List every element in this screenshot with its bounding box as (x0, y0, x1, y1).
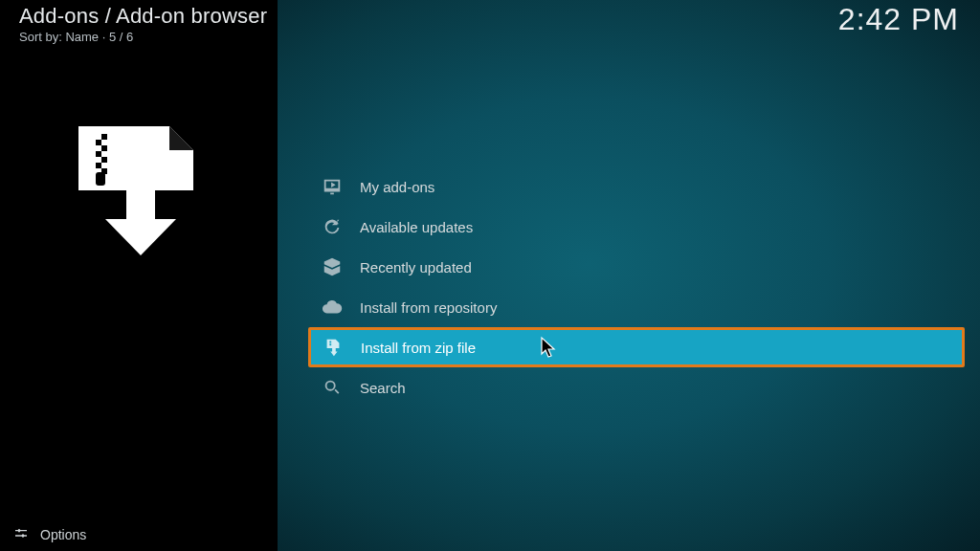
menu-item-label: Install from zip file (361, 340, 476, 356)
sort-line: Sort by: Name · 5 / 6 (19, 30, 267, 44)
clock: 2:42 PM (838, 2, 959, 37)
menu-item-label: My add-ons (360, 179, 434, 195)
svg-rect-1 (96, 140, 101, 145)
svg-rect-4 (101, 157, 107, 163)
svg-rect-7 (96, 172, 105, 186)
sort-prefix: Sort by: (19, 30, 65, 44)
menu-item-my-addons[interactable]: My add-ons (308, 166, 965, 207)
cloud-down-icon (322, 297, 343, 318)
svg-rect-0 (101, 134, 107, 140)
menu-item-label: Available updates (360, 219, 473, 235)
sliders-icon (13, 526, 29, 544)
svg-rect-2 (101, 145, 107, 151)
sort-separator: · (99, 30, 109, 44)
zip-down-icon (323, 337, 344, 358)
sidebar-panel (0, 0, 278, 551)
sort-field: Name (65, 30, 99, 44)
refresh-icon (322, 216, 343, 237)
breadcrumb: Add-ons / Add-on browser (19, 4, 267, 29)
menu-item-recently-updated[interactable]: Recently updated (308, 247, 965, 287)
menu-item-label: Recently updated (360, 259, 472, 276)
svg-rect-5 (96, 163, 101, 168)
menu-item-install-repository[interactable]: Install from repository (308, 287, 965, 327)
menu-item-install-zip[interactable]: Install from zip file (308, 327, 965, 367)
openbox-icon (322, 256, 343, 277)
menu-item-search[interactable]: Search (308, 367, 965, 408)
menu-item-label: Install from repository (360, 299, 497, 316)
sort-position: 5 / 6 (109, 30, 133, 44)
menu-item-label: Search (360, 380, 406, 396)
options-label: Options (40, 527, 86, 542)
addon-browser-list: My add-ons Available updates Recently up… (308, 166, 965, 408)
monitor-icon (322, 176, 343, 197)
search-icon (322, 377, 343, 398)
menu-item-available-updates[interactable]: Available updates (308, 207, 965, 247)
zip-download-glyph (69, 117, 212, 265)
header: Add-ons / Add-on browser Sort by: Name ·… (19, 4, 959, 44)
svg-rect-3 (96, 151, 101, 157)
options-button[interactable]: Options (0, 518, 86, 551)
